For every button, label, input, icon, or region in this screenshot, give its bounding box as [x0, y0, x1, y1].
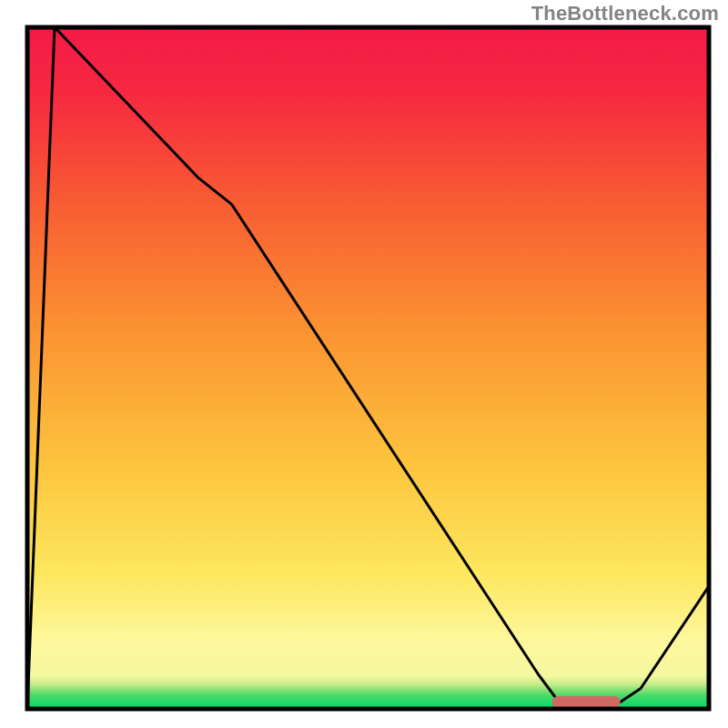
attribution-text: TheBottleneck.com — [531, 2, 719, 25]
bottleneck-chart — [0, 0, 728, 728]
plot-background — [27, 27, 709, 709]
optimal-marker — [552, 696, 621, 708]
